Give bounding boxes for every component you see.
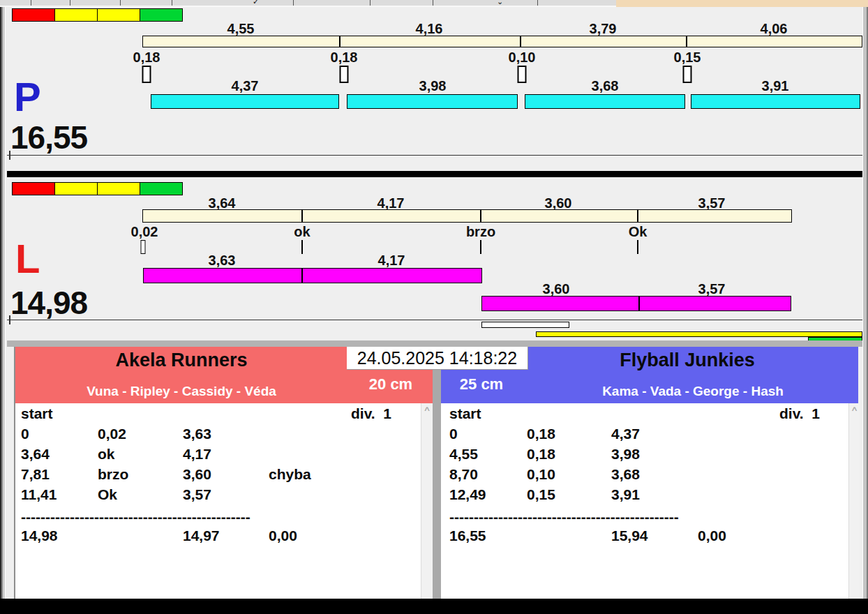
pass-marker-box (340, 66, 349, 83)
light-yellow-icon (54, 182, 98, 195)
lane-p-box-timeline (142, 36, 862, 47)
table-cell: 12,49 (449, 487, 486, 502)
scroll-up-icon[interactable]: ^ (421, 405, 433, 414)
chevron-down-icon[interactable]: ⌄ (497, 0, 503, 6)
toolbar-separator (293, 0, 294, 6)
jump-height-left: 20 cm (369, 377, 412, 392)
team-dogs-right: Kama - Vada - George - Hash (602, 384, 784, 398)
start-lights-lane-p (13, 8, 183, 22)
lane-l-box-timeline (142, 209, 792, 223)
light-red-icon (12, 182, 55, 195)
lane-p-run-bar-3 (525, 94, 685, 109)
lane-l-box-split-4: 3,57 (698, 196, 726, 210)
lane-l-pass-1: 0,02 (131, 225, 158, 239)
table-cell: 0,18 (527, 426, 555, 441)
toolbar-separator (433, 0, 433, 6)
lane-p-pass-3: 0,10 (509, 50, 536, 64)
pass-marker-box (683, 66, 692, 83)
baseline-tick (9, 151, 10, 160)
pass-marker-box (141, 240, 146, 254)
bar-divider (480, 209, 481, 223)
lane-p-total-time: 16,55 (10, 121, 87, 154)
lane-p-pass-1: 0,18 (133, 50, 160, 64)
results-table-left[interactable] (15, 403, 421, 599)
toolbar-strip: ✓ ⌄ (0, 0, 616, 7)
table-cell: 4,37 (611, 426, 640, 441)
window-border-right (862, 7, 868, 599)
scrollbar-left[interactable]: ^ (421, 403, 433, 599)
window-border-left (0, 7, 7, 599)
lane-p-box-split-3: 3,79 (590, 22, 617, 36)
lane-l-box-split-2: 4,17 (377, 196, 405, 210)
light-yellow-icon (54, 8, 98, 22)
table-cell: chyba (269, 467, 311, 481)
team-name-left: Akela Runners (115, 351, 247, 370)
progress-slot (481, 322, 569, 328)
team-dogs-left: Vuna - Ripley - Cassidy - Véda (87, 384, 276, 398)
clock-text: 24.05.2025 14:18:22 (357, 348, 517, 368)
check-icon: ✓ (253, 0, 259, 6)
lane-p-box-split-2: 4,16 (416, 22, 443, 36)
table-cell: 3,98 (611, 447, 640, 461)
pass-marker-box (142, 66, 151, 83)
lane-p-run-split-2: 3,98 (419, 79, 447, 93)
toolbar-separator (31, 0, 31, 6)
table-cell: 3,68 (611, 467, 640, 481)
scroll-up-icon[interactable]: ^ (849, 405, 860, 414)
table-separator: ----------------------------------------… (449, 509, 679, 524)
penalty-right: 0,00 (698, 528, 726, 543)
toolbar-separator (70, 0, 70, 6)
toolbar-separator (537, 0, 538, 6)
bar-divider (520, 36, 521, 47)
start-label-left: start (21, 406, 53, 421)
panel-divider (433, 347, 441, 599)
bar-divider (637, 209, 638, 223)
lane-p-box-split-4: 4,06 (761, 22, 788, 36)
table-cell: Ok (98, 487, 117, 502)
lane-p-run-split-1: 4,37 (232, 79, 259, 93)
lane-p-baseline (7, 155, 862, 156)
sum-splits-right: 15,94 (611, 528, 648, 543)
pass-marker-box (518, 66, 527, 83)
lane-l-letter: L (15, 239, 40, 279)
table-cell: brzo (98, 467, 128, 481)
lane-l-box-split-3: 3,60 (545, 196, 572, 210)
toolbar-separator (120, 0, 121, 6)
table-cell: 8,70 (449, 467, 478, 481)
lane-l-run1-split-1: 3,63 (209, 253, 236, 267)
progress-bar-yellow (536, 331, 862, 337)
table-cell: 4,55 (449, 447, 478, 461)
lane-l-run2-split-1: 3,60 (543, 282, 570, 296)
scrollbar-right[interactable]: ^ (848, 403, 860, 599)
table-cell: 0 (21, 426, 29, 441)
flyball-timer-window: ✓ ⌄ 4,55 4,16 3,79 4,06 0,18 0,18 0,10 0… (0, 0, 868, 614)
light-yellow-icon (97, 8, 140, 22)
lane-l-run1-split-2: 4,17 (378, 253, 405, 267)
baseline-tick (9, 315, 10, 324)
lane-l-box-split-1: 3,64 (209, 196, 236, 210)
lane-l-pass-3: brzo (466, 225, 495, 239)
table-cell: 7,81 (21, 467, 50, 481)
lane-l-run-bar-2 (481, 296, 791, 311)
light-green-icon (140, 182, 183, 195)
table-cell: 0 (449, 426, 458, 441)
toolbar-separator (370, 0, 371, 6)
lane-l-total-time: 14,98 (10, 287, 87, 319)
light-green-icon (140, 8, 183, 22)
results-table-right[interactable] (441, 403, 848, 599)
lane-divider-bar (7, 171, 862, 177)
bar-divider (638, 296, 640, 311)
total-time-right: 16,55 (449, 528, 486, 543)
lane-p-pass-2: 0,18 (331, 50, 358, 64)
light-red-icon (12, 8, 55, 22)
table-cell: 3,91 (611, 487, 640, 502)
table-cell: 3,60 (183, 467, 211, 481)
lane-l-run2-split-2: 3,57 (698, 282, 726, 296)
panel-top-strip (7, 340, 862, 347)
lane-p-run-split-4: 3,91 (762, 79, 789, 93)
table-cell: 3,57 (183, 487, 211, 502)
division-left: div. 1 (351, 406, 391, 421)
total-time-left: 14,98 (21, 528, 58, 543)
lane-p-run-bar-1 (151, 94, 339, 109)
team-name-right: Flyball Junkies (620, 351, 755, 370)
